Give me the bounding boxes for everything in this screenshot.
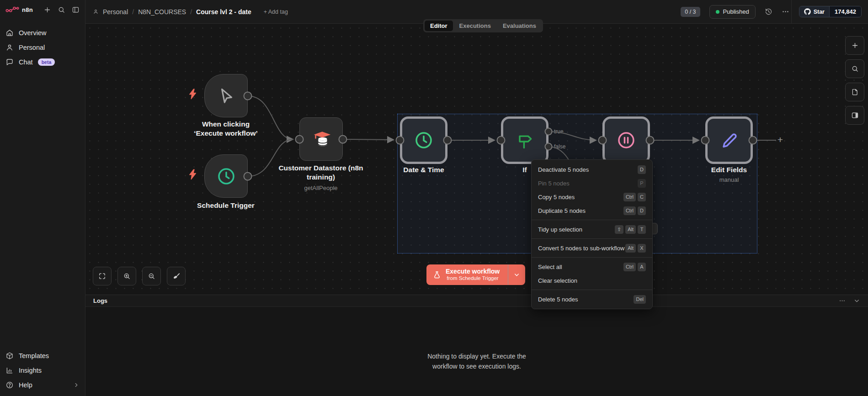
menu-item-select-all[interactable]: Select all CtrlA <box>532 260 652 274</box>
github-star-widget[interactable]: Star 174,842 <box>799 6 862 17</box>
sidebar-item-label: Chat <box>19 58 33 66</box>
logs-panel-body: Nothing to display yet. Execute the work… <box>85 307 868 396</box>
breadcrumb-folder[interactable]: N8N_COURSES <box>138 8 186 16</box>
node-subtitle-edit-fields: manual <box>702 176 756 183</box>
search-nodes-button[interactable] <box>845 59 864 78</box>
shortcut-key: C <box>638 193 646 201</box>
sidebar-item-personal[interactable]: Personal <box>0 40 85 55</box>
breadcrumb-project[interactable]: Personal <box>103 8 128 16</box>
sidebar: n8n Overview Personal <box>0 0 85 396</box>
collapse-sidebar-icon[interactable] <box>70 5 80 15</box>
shortcut-key: Del <box>634 295 646 304</box>
zoom-to-fit-button[interactable] <box>93 267 112 285</box>
sidebar-item-insights[interactable]: Insights <box>0 363 85 378</box>
sidebar-item-help[interactable]: Help <box>0 378 85 392</box>
sidebar-item-label: Overview <box>19 29 46 37</box>
shortcut-key: P <box>638 179 646 188</box>
breadcrumb-separator: / <box>190 8 192 16</box>
published-status-dot <box>716 10 719 14</box>
tab-executions[interactable]: Executions <box>454 21 496 31</box>
trigger-bolt-icon <box>189 89 197 101</box>
header-divider <box>791 0 792 24</box>
node-if[interactable] <box>501 116 548 164</box>
new-workflow-plus-icon[interactable] <box>42 5 52 15</box>
shortcut-key: Alt <box>625 225 636 234</box>
chevron-right-icon <box>73 382 80 388</box>
logs-menu-kebab-icon[interactable] <box>839 297 846 304</box>
menu-item-tidy-up-selection[interactable]: Tidy up selection ⇧AltT <box>532 222 652 236</box>
node-schedule-trigger[interactable] <box>204 154 248 198</box>
add-tag-button[interactable]: + Add tag <box>264 9 288 15</box>
shortcut-key: Ctrl <box>623 263 636 271</box>
templates-icon <box>5 352 14 360</box>
menu-divider <box>532 290 652 290</box>
search-icon[interactable] <box>56 5 66 15</box>
pen-icon <box>719 130 740 151</box>
node-edit-fields[interactable] <box>705 116 753 164</box>
tab-editor[interactable]: Editor <box>425 21 453 31</box>
menu-item-clear-selection[interactable]: Clear selection <box>532 274 652 287</box>
shortcut-key: ⇧ <box>615 225 623 234</box>
output-label-true: true <box>554 128 564 135</box>
sidebar-item-chat[interactable]: Chat beta <box>0 55 85 69</box>
published-label: Published <box>723 8 749 15</box>
canvas-right-toolbar <box>845 36 864 125</box>
menu-item-copy-nodes[interactable]: Copy 5 nodes CtrlC <box>532 190 652 204</box>
output-label-false: false <box>554 143 565 150</box>
chat-icon <box>5 58 14 66</box>
execute-options-chevron-button[interactable] <box>508 264 525 285</box>
toggle-panel-button[interactable] <box>845 106 864 125</box>
flask-icon <box>433 271 441 279</box>
n8n-workflow-editor: n8n Overview Personal <box>0 0 868 396</box>
shortcut-key: D <box>638 206 646 215</box>
node-wait[interactable] <box>602 116 650 164</box>
menu-item-delete-nodes[interactable]: Delete 5 nodes Del <box>532 292 652 306</box>
tab-evaluations[interactable]: Evaluations <box>497 21 542 31</box>
execute-workflow-label: Execute workflow <box>446 268 500 276</box>
node-label-date-time: Date & Time <box>387 165 460 174</box>
logs-panel-header[interactable]: Logs <box>85 295 868 307</box>
add-node-button[interactable] <box>845 36 864 55</box>
published-button[interactable]: Published <box>709 5 756 19</box>
menu-item-deactivate-nodes[interactable]: Deactivate 5 nodes D <box>532 163 652 176</box>
context-menu: Deactivate 5 nodes D Pin 5 nodes P Copy … <box>531 159 653 309</box>
github-star-count: 174,842 <box>830 6 861 17</box>
shortcut-key: D <box>638 165 646 174</box>
sidebar-item-overview[interactable]: Overview <box>0 26 85 40</box>
evaluation-progress-badge: 0 / 3 <box>681 7 700 17</box>
chevron-down-icon <box>513 271 520 278</box>
execute-workflow-sublabel: from Schedule Trigger <box>446 275 500 282</box>
logo-text: n8n <box>22 6 33 13</box>
menu-item-duplicate-nodes[interactable]: Duplicate 5 nodes CtrlD <box>532 204 652 217</box>
node-label-edit-fields: Edit Fields <box>697 165 761 174</box>
clock-icon <box>413 130 434 151</box>
zoom-in-button[interactable] <box>117 267 136 285</box>
execute-workflow-button[interactable]: Execute workflow from Schedule Trigger <box>426 264 525 285</box>
n8n-logo[interactable]: n8n <box>5 6 42 13</box>
pause-icon <box>616 130 637 151</box>
node-customer-datastore[interactable] <box>299 117 343 161</box>
add-node-plus-button[interactable]: + <box>775 134 786 145</box>
workflow-name[interactable]: Course lvl 2 - date <box>196 8 251 16</box>
sticky-note-button[interactable] <box>845 83 864 101</box>
logs-title: Logs <box>93 297 107 304</box>
sidebar-item-label: Templates <box>19 352 49 359</box>
node-manual-trigger[interactable] <box>204 74 248 117</box>
clock-icon <box>216 166 237 187</box>
n8n-logo-icon <box>5 6 19 13</box>
workflow-history-icon[interactable] <box>765 8 772 16</box>
home-icon <box>5 29 14 37</box>
menu-divider <box>532 220 652 220</box>
user-icon <box>5 43 14 52</box>
insights-icon <box>5 366 14 375</box>
menu-item-convert-to-subworkflow[interactable]: Convert 5 nodes to sub-workflow AltX <box>532 241 652 255</box>
workflow-menu-kebab-icon[interactable] <box>782 8 789 16</box>
logs-collapse-chevron-icon[interactable] <box>853 297 860 304</box>
editor-tabs: Editor Executions Evaluations <box>423 19 543 32</box>
sidebar-item-label: Personal <box>19 44 45 51</box>
node-date-time[interactable] <box>400 116 447 164</box>
trigger-bolt-icon <box>189 169 197 182</box>
tidy-up-broom-button[interactable] <box>167 267 186 285</box>
zoom-out-button[interactable] <box>142 267 161 285</box>
sidebar-item-templates[interactable]: Templates <box>0 348 85 363</box>
